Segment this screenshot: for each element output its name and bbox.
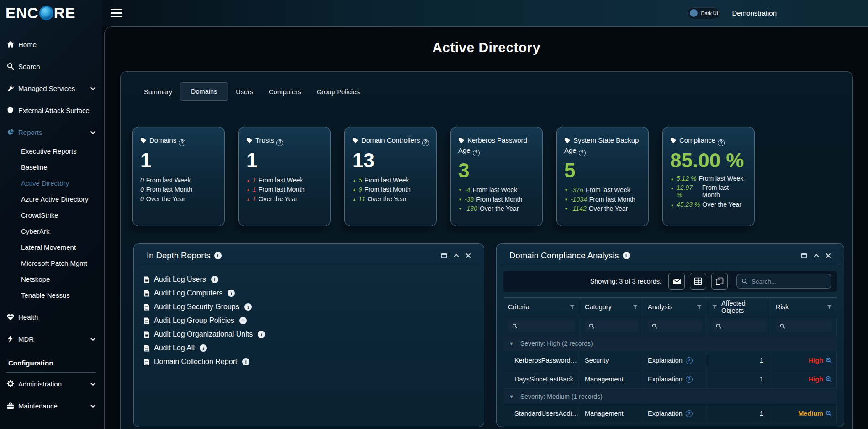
hamburger-menu-icon[interactable] [111,9,122,17]
column-header-criteria[interactable]: Criteria [503,298,580,316]
info-icon[interactable]: i [200,344,207,352]
sidebar-subitem-netskope[interactable]: Netskope [0,271,102,287]
help-icon[interactable]: ? [473,150,480,156]
sidebar-item-external-attack-surface[interactable]: External Attack Surface [0,99,102,121]
sidebar-subitem-baseline[interactable]: Baseline [0,159,102,175]
sidebar-item-mdr[interactable]: MDR [0,328,102,350]
info-icon[interactable]: i [244,303,252,311]
help-icon[interactable]: ? [179,139,185,146]
encore-logo[interactable]: ENCRE [0,0,102,26]
sidebar-subitem-active-directory[interactable]: Active Directory [0,175,102,191]
delta-value: 0 [140,195,144,203]
sidebar-item-reports[interactable]: Reports [0,121,102,143]
report-link-audit-log-computers[interactable]: Audit Log Computersi [144,289,484,297]
table-row[interactable]: DaysSinceLastBack… Management Explanatio… [503,370,837,389]
card-title: Domains? [140,135,218,146]
table-row[interactable]: KerberosPassword… Security Explanation? … [503,351,837,370]
zoom-in-icon[interactable] [826,376,832,382]
document-icon [144,359,150,365]
column-header-analysis[interactable]: Analysis [643,298,707,316]
search-input[interactable] [752,278,820,285]
filter-funnel-icon[interactable] [696,304,702,310]
filter-funnel-icon[interactable] [632,304,638,310]
close-icon[interactable] [466,253,471,258]
report-link-audit-log-all[interactable]: Audit Log Alli [144,344,484,352]
severity-group-high[interactable]: ▼ Severity: High (2 records) [503,336,837,351]
column-filter-affected-objects[interactable] [712,320,766,332]
tab-computers[interactable]: Computers [261,83,309,101]
filter-funnel-icon[interactable] [826,304,832,310]
stat-card-domain-controllers: Domain Controllers? 13 5From last Week 9… [344,127,437,226]
sidebar-item-search[interactable]: Search [0,55,102,77]
info-icon[interactable]: i [214,252,222,259]
chevron-down-icon[interactable]: ▼ [509,341,514,346]
panels-row: In Depth Reports i Audit Log Usersi Audi… [133,243,844,427]
environment-label[interactable]: Demonstration [732,9,777,17]
column-header-category[interactable]: Category [580,298,643,316]
column-filter-analysis[interactable] [648,320,702,332]
info-icon[interactable]: i [623,252,630,259]
sidebar-item-administration[interactable]: Administration [0,373,102,395]
filter-funnel-icon[interactable] [712,304,718,310]
tab-domains[interactable]: Domains [180,82,228,101]
email-button[interactable] [668,273,685,290]
report-link-audit-log-users[interactable]: Audit Log Usersi [144,275,484,284]
column-filter-criteria[interactable] [508,320,575,332]
collapse-icon[interactable] [453,252,460,259]
help-icon[interactable]: ? [718,139,725,146]
info-icon[interactable]: i [211,276,218,283]
sidebar-subitem-executive-reports[interactable]: Executive Reports [0,143,102,159]
maximize-icon[interactable] [441,252,447,259]
explanation-help-icon[interactable]: ? [686,357,693,364]
sidebar-subitem-cyberark[interactable]: CyberArk [0,223,102,239]
zoom-in-icon[interactable] [826,410,832,417]
zoom-in-icon[interactable] [826,357,832,364]
sidebar-subitem-crowdstrike[interactable]: CrowdStrike [0,207,102,223]
chevron-down-icon[interactable]: ▼ [509,394,514,399]
sidebar-item-health[interactable]: Health [0,306,102,328]
report-link-audit-log-group-policies[interactable]: Audit Log Group Policiesi [144,316,484,325]
card-title: Kerberos Password Age? [458,135,536,156]
sidebar-subitem-tenable-nessus[interactable]: Tenable Nessus [0,287,102,303]
export-xlsx-button[interactable]: x [690,273,706,290]
sidebar-item-maintenance[interactable]: Maintenance [0,395,102,417]
help-icon[interactable]: ? [276,139,283,146]
sidebar-subitem-azure-active-directory[interactable]: Azure Active Directory [0,191,102,207]
maximize-icon[interactable] [801,252,807,259]
severity-group-medium[interactable]: ▼ Severity: Medium (1 records) [503,389,837,404]
report-link-domain-collection-report[interactable]: Domain Collection Reporti [144,358,484,366]
sidebar-subitem-lateral-movement[interactable]: Lateral Movement [0,239,102,255]
tab-users[interactable]: Users [228,83,261,101]
sidebar-item-home[interactable]: Home [0,33,102,55]
info-icon[interactable]: i [239,317,247,324]
table-row[interactable]: StandardUsersAddi… Management Explanatio… [503,404,837,423]
column-label: Criteria [508,303,529,311]
copy-report-button[interactable] [711,273,728,290]
explanation-help-icon[interactable]: ? [686,410,693,417]
tab-summary[interactable]: Summary [136,83,180,101]
collapse-icon[interactable] [813,252,820,259]
sidebar-item-managed-services[interactable]: Managed Services [0,77,102,99]
risk-badge: High [809,357,823,364]
explanation-help-icon[interactable]: ? [686,376,693,383]
dark-ui-toggle[interactable]: Dark UI [687,7,720,19]
report-link-audit-log-security-groups[interactable]: Audit Log Security Groupsi [144,303,484,311]
chevron-down-icon [90,336,96,342]
info-icon[interactable]: i [242,358,249,365]
info-icon[interactable]: i [258,331,265,338]
column-filter-category[interactable] [585,320,638,332]
help-icon[interactable]: ? [579,150,586,156]
report-link-audit-log-organizational-units[interactable]: Audit Log Organizational Unitsi [144,330,484,338]
tag-icon [458,137,465,144]
filter-funnel-icon[interactable] [569,304,575,310]
column-header-affected-objects[interactable]: Affected Objects [707,298,771,316]
wrench-icon [6,85,14,92]
column-filter-risk[interactable] [776,320,832,332]
delta-label: Over the Year [367,195,407,203]
info-icon[interactable]: i [228,290,235,297]
close-icon[interactable] [826,253,831,258]
tab-group-policies[interactable]: Group Policies [309,83,367,101]
help-icon[interactable]: ? [422,139,429,146]
column-header-risk[interactable]: Risk [771,298,837,316]
sidebar-subitem-microsoft-patch-mgmt[interactable]: Microsoft Patch Mgmt [0,255,102,271]
